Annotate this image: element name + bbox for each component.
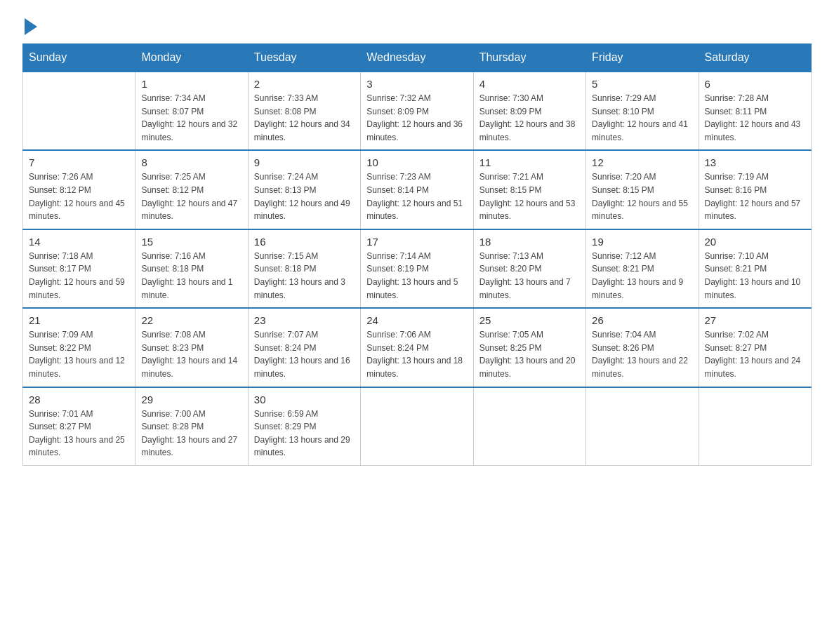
day-number: 12 <box>592 156 692 168</box>
calendar-cell: 6Sunrise: 7:28 AMSunset: 8:11 PMDaylight… <box>699 72 811 150</box>
calendar-cell: 18Sunrise: 7:13 AMSunset: 8:20 PMDayligh… <box>473 229 585 308</box>
day-number: 1 <box>141 78 241 90</box>
day-sun-info: Sunrise: 7:25 AMSunset: 8:12 PMDaylight:… <box>141 170 241 222</box>
logo <box>22 17 37 32</box>
calendar-cell: 27Sunrise: 7:02 AMSunset: 8:27 PMDayligh… <box>699 308 811 387</box>
calendar-cell: 23Sunrise: 7:07 AMSunset: 8:24 PMDayligh… <box>248 308 360 387</box>
day-sun-info: Sunrise: 7:13 AMSunset: 8:20 PMDaylight:… <box>479 250 580 302</box>
calendar-week-row: 14Sunrise: 7:18 AMSunset: 8:17 PMDayligh… <box>23 229 812 308</box>
day-number: 7 <box>29 156 129 168</box>
calendar-header-row: SundayMondayTuesdayWednesdayThursdayFrid… <box>23 44 812 72</box>
day-sun-info: Sunrise: 7:30 AMSunset: 8:09 PMDaylight:… <box>479 92 580 144</box>
day-sun-info: Sunrise: 7:26 AMSunset: 8:12 PMDaylight:… <box>29 170 129 222</box>
day-number: 9 <box>254 156 355 168</box>
weekday-header-thursday: Thursday <box>473 44 585 72</box>
calendar-cell: 26Sunrise: 7:04 AMSunset: 8:26 PMDayligh… <box>586 308 699 387</box>
calendar-cell: 28Sunrise: 7:01 AMSunset: 8:27 PMDayligh… <box>23 387 135 466</box>
weekday-header-saturday: Saturday <box>699 44 811 72</box>
calendar-cell: 16Sunrise: 7:15 AMSunset: 8:18 PMDayligh… <box>248 229 360 308</box>
weekday-header-tuesday: Tuesday <box>248 44 360 72</box>
weekday-header-wednesday: Wednesday <box>361 44 473 72</box>
day-sun-info: Sunrise: 7:15 AMSunset: 8:18 PMDaylight:… <box>254 250 355 302</box>
calendar-table: SundayMondayTuesdayWednesdayThursdayFrid… <box>22 43 812 466</box>
calendar-cell <box>473 387 585 466</box>
day-number: 10 <box>366 156 467 168</box>
day-number: 21 <box>29 314 129 326</box>
calendar-cell: 10Sunrise: 7:23 AMSunset: 8:14 PMDayligh… <box>361 150 473 229</box>
day-sun-info: Sunrise: 7:06 AMSunset: 8:24 PMDaylight:… <box>366 328 467 380</box>
calendar-cell: 3Sunrise: 7:32 AMSunset: 8:09 PMDaylight… <box>361 72 473 150</box>
day-sun-info: Sunrise: 7:14 AMSunset: 8:19 PMDaylight:… <box>366 250 467 302</box>
day-number: 24 <box>366 314 467 326</box>
calendar-cell: 14Sunrise: 7:18 AMSunset: 8:17 PMDayligh… <box>23 229 135 308</box>
day-number: 3 <box>366 78 467 90</box>
day-sun-info: Sunrise: 7:32 AMSunset: 8:09 PMDaylight:… <box>366 92 467 144</box>
day-sun-info: Sunrise: 7:28 AMSunset: 8:11 PMDaylight:… <box>705 92 805 144</box>
weekday-header-friday: Friday <box>586 44 699 72</box>
day-number: 14 <box>29 236 129 248</box>
calendar-cell: 22Sunrise: 7:08 AMSunset: 8:23 PMDayligh… <box>135 308 248 387</box>
day-sun-info: Sunrise: 7:02 AMSunset: 8:27 PMDaylight:… <box>705 328 805 380</box>
day-number: 5 <box>592 78 692 90</box>
day-sun-info: Sunrise: 7:01 AMSunset: 8:27 PMDaylight:… <box>29 408 129 459</box>
day-sun-info: Sunrise: 7:24 AMSunset: 8:13 PMDaylight:… <box>254 170 355 222</box>
day-sun-info: Sunrise: 7:16 AMSunset: 8:18 PMDaylight:… <box>141 250 241 302</box>
day-sun-info: Sunrise: 7:34 AMSunset: 8:07 PMDaylight:… <box>141 92 241 144</box>
calendar-cell: 30Sunrise: 6:59 AMSunset: 8:29 PMDayligh… <box>248 387 360 466</box>
calendar-cell <box>23 72 135 150</box>
calendar-week-row: 7Sunrise: 7:26 AMSunset: 8:12 PMDaylight… <box>23 150 812 229</box>
day-sun-info: Sunrise: 7:10 AMSunset: 8:21 PMDaylight:… <box>705 250 805 302</box>
calendar-week-row: 21Sunrise: 7:09 AMSunset: 8:22 PMDayligh… <box>23 308 812 387</box>
day-number: 15 <box>141 236 241 248</box>
day-sun-info: Sunrise: 7:21 AMSunset: 8:15 PMDaylight:… <box>479 170 580 222</box>
calendar-cell: 20Sunrise: 7:10 AMSunset: 8:21 PMDayligh… <box>699 229 811 308</box>
calendar-cell: 25Sunrise: 7:05 AMSunset: 8:25 PMDayligh… <box>473 308 585 387</box>
day-sun-info: Sunrise: 7:33 AMSunset: 8:08 PMDaylight:… <box>254 92 355 144</box>
day-number: 20 <box>705 236 805 248</box>
calendar-cell: 2Sunrise: 7:33 AMSunset: 8:08 PMDaylight… <box>248 72 360 150</box>
page-header <box>22 17 812 32</box>
day-number: 11 <box>479 156 580 168</box>
day-sun-info: Sunrise: 7:29 AMSunset: 8:10 PMDaylight:… <box>592 92 692 144</box>
calendar-cell: 9Sunrise: 7:24 AMSunset: 8:13 PMDaylight… <box>248 150 360 229</box>
day-sun-info: Sunrise: 7:12 AMSunset: 8:21 PMDaylight:… <box>592 250 692 302</box>
day-number: 4 <box>479 78 580 90</box>
day-number: 17 <box>366 236 467 248</box>
calendar-cell: 19Sunrise: 7:12 AMSunset: 8:21 PMDayligh… <box>586 229 699 308</box>
day-sun-info: Sunrise: 7:23 AMSunset: 8:14 PMDaylight:… <box>366 170 467 222</box>
weekday-header-sunday: Sunday <box>23 44 135 72</box>
day-number: 26 <box>592 314 692 326</box>
day-number: 23 <box>254 314 355 326</box>
calendar-cell: 8Sunrise: 7:25 AMSunset: 8:12 PMDaylight… <box>135 150 248 229</box>
day-sun-info: Sunrise: 7:20 AMSunset: 8:15 PMDaylight:… <box>592 170 692 222</box>
day-sun-info: Sunrise: 7:00 AMSunset: 8:28 PMDaylight:… <box>141 408 241 459</box>
calendar-cell <box>699 387 811 466</box>
day-number: 13 <box>705 156 805 168</box>
calendar-cell: 1Sunrise: 7:34 AMSunset: 8:07 PMDaylight… <box>135 72 248 150</box>
day-number: 25 <box>479 314 580 326</box>
day-number: 22 <box>141 314 241 326</box>
calendar-cell: 12Sunrise: 7:20 AMSunset: 8:15 PMDayligh… <box>586 150 699 229</box>
day-sun-info: Sunrise: 7:18 AMSunset: 8:17 PMDaylight:… <box>29 250 129 302</box>
day-sun-info: Sunrise: 7:19 AMSunset: 8:16 PMDaylight:… <box>705 170 805 222</box>
calendar-cell <box>586 387 699 466</box>
day-sun-info: Sunrise: 7:04 AMSunset: 8:26 PMDaylight:… <box>592 328 692 380</box>
day-number: 6 <box>705 78 805 90</box>
day-sun-info: Sunrise: 7:08 AMSunset: 8:23 PMDaylight:… <box>141 328 241 380</box>
calendar-cell: 5Sunrise: 7:29 AMSunset: 8:10 PMDaylight… <box>586 72 699 150</box>
weekday-header-monday: Monday <box>135 44 248 72</box>
day-number: 2 <box>254 78 355 90</box>
day-sun-info: Sunrise: 6:59 AMSunset: 8:29 PMDaylight:… <box>254 408 355 459</box>
day-sun-info: Sunrise: 7:09 AMSunset: 8:22 PMDaylight:… <box>29 328 129 380</box>
day-number: 18 <box>479 236 580 248</box>
logo-arrow-icon <box>25 18 37 35</box>
calendar-cell: 15Sunrise: 7:16 AMSunset: 8:18 PMDayligh… <box>135 229 248 308</box>
calendar-cell: 7Sunrise: 7:26 AMSunset: 8:12 PMDaylight… <box>23 150 135 229</box>
calendar-cell: 4Sunrise: 7:30 AMSunset: 8:09 PMDaylight… <box>473 72 585 150</box>
calendar-cell: 24Sunrise: 7:06 AMSunset: 8:24 PMDayligh… <box>361 308 473 387</box>
day-number: 29 <box>141 394 241 405</box>
day-number: 19 <box>592 236 692 248</box>
day-number: 16 <box>254 236 355 248</box>
day-number: 28 <box>29 394 129 405</box>
day-sun-info: Sunrise: 7:07 AMSunset: 8:24 PMDaylight:… <box>254 328 355 380</box>
